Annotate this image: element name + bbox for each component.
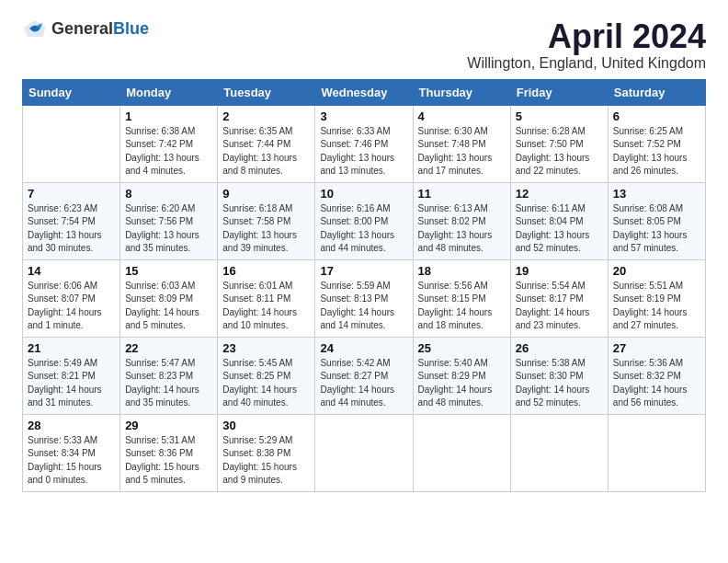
- cell-content: Sunrise: 6:11 AMSunset: 8:04 PMDaylight:…: [516, 202, 603, 256]
- logo-general: General: [51, 19, 113, 38]
- cell-line: Sunset: 7:42 PM: [125, 139, 193, 149]
- day-number: 29: [125, 419, 212, 432]
- calendar-cell: 2Sunrise: 6:35 AMSunset: 7:44 PMDaylight…: [218, 105, 315, 182]
- cell-line: and 44 minutes.: [320, 397, 385, 408]
- cell-content: Sunrise: 5:49 AMSunset: 8:21 PMDaylight:…: [28, 357, 115, 410]
- cell-line: Sunrise: 5:54 AM: [516, 281, 586, 291]
- calendar-cell: 23Sunrise: 5:45 AMSunset: 8:25 PMDayligh…: [218, 337, 315, 414]
- cell-line: and 40 minutes.: [222, 397, 288, 408]
- cell-line: Sunrise: 5:42 AM: [320, 358, 390, 368]
- cell-line: Sunset: 8:11 PM: [222, 293, 290, 304]
- cell-content: Sunrise: 6:38 AMSunset: 7:42 PMDaylight:…: [125, 125, 212, 178]
- calendar-cell: 14Sunrise: 6:06 AMSunset: 8:07 PMDayligh…: [23, 259, 120, 337]
- cell-line: Sunset: 8:02 PM: [418, 216, 486, 226]
- calendar-cell: 28Sunrise: 5:33 AMSunset: 8:34 PMDayligh…: [23, 414, 120, 491]
- cell-line: and 35 minutes.: [125, 243, 190, 253]
- day-number: 7: [28, 187, 115, 201]
- day-number: 28: [28, 419, 115, 432]
- calendar-cell: [413, 414, 510, 491]
- cell-line: Sunset: 7:50 PM: [516, 139, 584, 149]
- cell-line: Sunset: 8:17 PM: [516, 293, 584, 304]
- cell-line: and 52 minutes.: [516, 397, 581, 408]
- cell-line: Daylight: 14 hours: [613, 385, 688, 395]
- day-number: 2: [222, 109, 310, 123]
- cell-line: Sunset: 8:21 PM: [28, 371, 96, 381]
- calendar-cell: 13Sunrise: 6:08 AMSunset: 8:05 PMDayligh…: [608, 182, 705, 259]
- week-row-4: 21Sunrise: 5:49 AMSunset: 8:21 PMDayligh…: [23, 337, 706, 414]
- logo-icon: [22, 18, 48, 39]
- calendar-cell: 15Sunrise: 6:03 AMSunset: 8:09 PMDayligh…: [120, 259, 218, 337]
- day-number: 22: [125, 341, 212, 355]
- cell-content: Sunrise: 6:06 AMSunset: 8:07 PMDaylight:…: [28, 280, 115, 333]
- week-row-2: 7Sunrise: 6:23 AMSunset: 7:54 PMDaylight…: [23, 182, 706, 259]
- cell-line: and 10 minutes.: [222, 320, 288, 330]
- cell-content: Sunrise: 6:03 AMSunset: 8:09 PMDaylight:…: [125, 280, 212, 333]
- cell-content: Sunrise: 6:13 AMSunset: 8:02 PMDaylight:…: [418, 202, 506, 256]
- cell-line: Sunrise: 5:47 AM: [125, 358, 195, 368]
- cell-line: Sunset: 8:09 PM: [125, 293, 193, 304]
- day-number: 21: [28, 341, 115, 355]
- cell-content: Sunrise: 6:18 AMSunset: 7:58 PMDaylight:…: [222, 202, 310, 256]
- cell-line: Sunrise: 5:40 AM: [418, 358, 488, 368]
- day-number: 14: [28, 264, 115, 278]
- calendar-cell: 6Sunrise: 6:25 AMSunset: 7:52 PMDaylight…: [608, 105, 705, 182]
- cell-line: and 52 minutes.: [516, 243, 581, 253]
- cell-line: Daylight: 14 hours: [516, 307, 590, 317]
- cell-line: Sunrise: 6:28 AM: [516, 126, 586, 136]
- cell-line: Sunset: 8:05 PM: [613, 216, 681, 226]
- calendar-cell: 24Sunrise: 5:42 AMSunset: 8:27 PMDayligh…: [315, 337, 413, 414]
- month-title: April 2024: [467, 18, 706, 55]
- cell-content: Sunrise: 6:25 AMSunset: 7:52 PMDaylight:…: [613, 125, 700, 178]
- cell-line: Sunset: 7:44 PM: [222, 139, 290, 149]
- cell-line: Daylight: 14 hours: [28, 307, 102, 317]
- day-number: 11: [418, 187, 506, 201]
- cell-line: and 8 minutes.: [222, 166, 283, 176]
- cell-content: Sunrise: 6:16 AMSunset: 8:00 PMDaylight:…: [320, 202, 407, 256]
- cell-line: and 18 minutes.: [418, 320, 483, 330]
- day-number: 16: [222, 264, 310, 278]
- day-number: 8: [125, 187, 212, 201]
- cell-line: Sunrise: 6:35 AM: [222, 126, 292, 136]
- cell-line: Sunrise: 6:08 AM: [613, 203, 683, 213]
- cell-line: Sunset: 8:38 PM: [222, 448, 290, 458]
- cell-line: and 14 minutes.: [320, 320, 385, 330]
- cell-content: Sunrise: 5:56 AMSunset: 8:15 PMDaylight:…: [418, 280, 506, 333]
- calendar-cell: 25Sunrise: 5:40 AMSunset: 8:29 PMDayligh…: [413, 337, 510, 414]
- cell-line: Sunset: 8:32 PM: [613, 371, 681, 381]
- cell-line: Sunset: 8:19 PM: [613, 293, 681, 304]
- day-number: 18: [418, 264, 506, 278]
- cell-line: and 22 minutes.: [516, 166, 581, 176]
- day-header-tuesday: Tuesday: [218, 79, 315, 105]
- cell-content: Sunrise: 5:54 AMSunset: 8:17 PMDaylight:…: [516, 280, 603, 333]
- cell-line: Sunrise: 5:38 AM: [516, 358, 586, 368]
- cell-line: Sunrise: 6:33 AM: [320, 126, 390, 136]
- day-number: 23: [222, 341, 310, 355]
- cell-line: Sunrise: 5:29 AM: [222, 435, 292, 445]
- day-number: 10: [320, 187, 407, 201]
- cell-line: and 13 minutes.: [320, 166, 385, 176]
- cell-line: Daylight: 13 hours: [28, 230, 102, 240]
- cell-line: Sunrise: 5:49 AM: [28, 358, 97, 368]
- calendar-cell: 20Sunrise: 5:51 AMSunset: 8:19 PMDayligh…: [608, 259, 705, 337]
- calendar-cell: 29Sunrise: 5:31 AMSunset: 8:36 PMDayligh…: [120, 414, 218, 491]
- cell-line: Daylight: 14 hours: [320, 385, 394, 395]
- cell-line: Daylight: 14 hours: [320, 307, 394, 317]
- week-row-5: 28Sunrise: 5:33 AMSunset: 8:34 PMDayligh…: [23, 414, 706, 491]
- day-number: 5: [516, 109, 603, 123]
- cell-line: Daylight: 14 hours: [125, 385, 199, 395]
- cell-line: Daylight: 14 hours: [222, 307, 297, 317]
- day-header-monday: Monday: [120, 79, 218, 105]
- cell-line: and 23 minutes.: [516, 320, 581, 330]
- cell-line: and 26 minutes.: [613, 166, 678, 176]
- cell-content: Sunrise: 6:28 AMSunset: 7:50 PMDaylight:…: [516, 125, 603, 178]
- logo: GeneralBlue: [22, 18, 149, 39]
- cell-line: Daylight: 13 hours: [222, 153, 297, 163]
- cell-content: Sunrise: 6:23 AMSunset: 7:54 PMDaylight:…: [28, 202, 115, 256]
- day-number: 12: [516, 187, 603, 201]
- day-number: 6: [613, 109, 700, 123]
- header-row: SundayMondayTuesdayWednesdayThursdayFrid…: [23, 79, 706, 105]
- cell-line: and 5 minutes.: [125, 320, 186, 330]
- cell-line: and 56 minutes.: [613, 397, 678, 408]
- cell-line: Sunset: 8:07 PM: [28, 293, 96, 304]
- cell-line: Daylight: 13 hours: [320, 153, 394, 163]
